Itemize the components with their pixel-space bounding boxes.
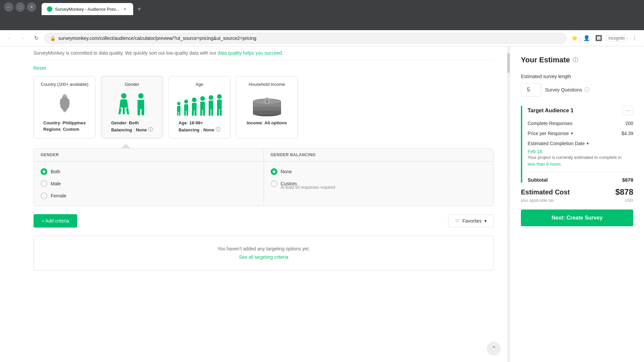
income-card-icon: $: [250, 91, 284, 118]
address-bar[interactable]: 🔒 surveymonkey.com/collect/audience/calc…: [44, 33, 567, 44]
svg-rect-16: [195, 110, 197, 116]
svg-rect-6: [177, 106, 180, 112]
country-card-icon: [55, 91, 75, 118]
gender-both-radio[interactable]: [41, 168, 47, 175]
close-window-button[interactable]: ✕: [27, 2, 36, 12]
nav-right-controls: ⭐ 👤 🔲 Incognito ⋮: [569, 33, 640, 44]
svg-point-17: [200, 96, 205, 101]
svg-point-5: [177, 102, 180, 105]
income-card-title: Household Income: [249, 82, 285, 87]
complete-responses-label: Complete Responses: [528, 121, 573, 126]
subtotal-value: $878: [622, 177, 633, 183]
gender-card-title: Gender: [125, 82, 139, 87]
gender-female-radio[interactable]: [41, 192, 47, 199]
gender-radio-group: Both Male Female: [41, 168, 257, 199]
age-person-3-icon: [191, 97, 198, 116]
navigation-bar: ← → ↻ 🔒 surveymonkey.com/collect/audienc…: [0, 30, 644, 46]
forward-button[interactable]: →: [17, 33, 28, 44]
balancing-none-option[interactable]: None: [271, 168, 487, 175]
age-person-6-icon: [216, 94, 223, 116]
subtotal-row: Subtotal $878: [528, 177, 633, 183]
age-balancing-label: Balancing: None ⓘ: [178, 127, 220, 133]
svg-rect-28: [220, 109, 222, 116]
estimate-info-icon[interactable]: ⓘ: [573, 57, 578, 64]
reset-link[interactable]: Reset: [34, 65, 494, 71]
see-all-targeting-link[interactable]: See all targeting criteria: [239, 254, 288, 260]
svg-point-25: [217, 94, 222, 99]
survey-questions-info-icon[interactable]: ⓘ: [584, 86, 590, 94]
extensions-button[interactable]: 🔲: [593, 33, 604, 44]
price-per-response-value: $4.39: [622, 131, 633, 136]
maximize-button[interactable]: □: [15, 2, 25, 12]
gender-panel-header: GENDER: [34, 148, 264, 162]
balancing-radio-group: None Custom At least 50 responses requir…: [271, 168, 487, 190]
gender-female-option[interactable]: Female: [41, 192, 257, 199]
gender-card[interactable]: Gender: [101, 76, 163, 138]
gender-both-option[interactable]: Both: [41, 168, 257, 175]
svg-rect-10: [184, 104, 188, 111]
survey-questions-input[interactable]: [521, 83, 541, 97]
country-card[interactable]: Country (100+ available) Country: Philip…: [34, 76, 96, 138]
tab-title: SurveyMonkey - Audience Prev...: [55, 7, 119, 12]
svg-rect-14: [192, 103, 197, 110]
male-figure-icon: [134, 93, 148, 116]
active-tab[interactable]: SurveyMonkey - Audience Prev... ×: [42, 3, 133, 15]
balancing-custom-radio[interactable]: [271, 180, 277, 187]
audience-more-button[interactable]: ···: [623, 106, 633, 115]
svg-rect-19: [200, 110, 202, 116]
completion-date-value: Feb 16: [528, 149, 633, 154]
svg-point-13: [192, 98, 197, 102]
gender-male-option[interactable]: Male: [41, 180, 257, 187]
add-criteria-button[interactable]: + Add criteria: [34, 214, 77, 228]
refresh-button[interactable]: ↻: [31, 33, 42, 44]
tab-close-button[interactable]: ×: [122, 6, 128, 12]
survey-length-row: Survey Questions ⓘ: [521, 83, 633, 97]
completion-date-label[interactable]: Estimated Completion Date ▾: [528, 141, 589, 146]
completion-chevron-icon: ▾: [587, 141, 589, 146]
heart-icon: ♡: [455, 218, 460, 224]
age-person-5-icon: [207, 95, 215, 116]
profile-button[interactable]: 👤: [581, 33, 592, 44]
country-card-title: Country (100+ available): [41, 82, 89, 87]
svg-rect-3: [138, 109, 140, 115]
window-controls: ─ □ ✕: [4, 2, 36, 12]
gender-male-radio[interactable]: [41, 180, 47, 187]
income-label: Income: All options: [247, 120, 287, 125]
completion-time-link[interactable]: less than 8 hours: [528, 162, 561, 167]
svg-rect-20: [203, 110, 205, 116]
audience-section: Target Audience 1 ··· Complete Responses…: [521, 106, 633, 183]
balancing-custom-option[interactable]: Custom At least 50 responses required: [271, 180, 487, 190]
succeed-link[interactable]: succeed.: [264, 50, 283, 56]
age-card[interactable]: Age: [168, 76, 230, 138]
gender-label: Gender: Both: [111, 120, 153, 125]
svg-point-21: [209, 95, 213, 100]
favorites-button[interactable]: ♡ Favorites ▾: [448, 215, 494, 227]
bookmark-button[interactable]: ⭐: [569, 33, 580, 44]
survey-length-label: Estimated survey length: [521, 74, 633, 79]
balancing-none-label: None: [281, 169, 292, 174]
age-balancing-info-icon: ⓘ: [216, 127, 220, 133]
income-card[interactable]: Household Income: [236, 76, 298, 138]
balancing-none-radio[interactable]: [271, 168, 277, 175]
notice-bar: SurveyMonkey is committed to data qualit…: [34, 46, 494, 60]
estimated-cost-label: Estimated Cost: [521, 188, 570, 196]
scrollbar-thumb[interactable]: [507, 53, 510, 73]
scroll-to-top-button[interactable]: ⌃: [487, 342, 500, 355]
menu-button[interactable]: ⋮: [629, 33, 640, 44]
minimize-button[interactable]: ─: [4, 2, 13, 12]
price-per-response-label[interactable]: Price per Response ▾: [528, 131, 573, 136]
balancing-panel-header: GENDER BALANCING: [264, 148, 494, 162]
svg-rect-26: [217, 100, 222, 109]
create-survey-button[interactable]: Next: Create Survey: [521, 209, 633, 226]
criteria-cards: Country (100+ available) Country: Philip…: [34, 76, 494, 138]
tax-row: plus applicable tax USD: [521, 198, 633, 203]
back-button[interactable]: ←: [4, 33, 15, 44]
scrollbar-track[interactable]: [507, 46, 510, 362]
panel-headers: GENDER GENDER BALANCING: [34, 148, 493, 162]
new-tab-button[interactable]: +: [135, 4, 144, 14]
data-quality-link[interactable]: data quality helps you: [218, 50, 263, 56]
svg-rect-23: [209, 109, 211, 116]
panel-body: Both Male Female: [34, 162, 493, 206]
empty-targeting-section: You haven't added any targeting options …: [34, 236, 494, 270]
audience-header: Target Audience 1 ···: [528, 106, 633, 115]
